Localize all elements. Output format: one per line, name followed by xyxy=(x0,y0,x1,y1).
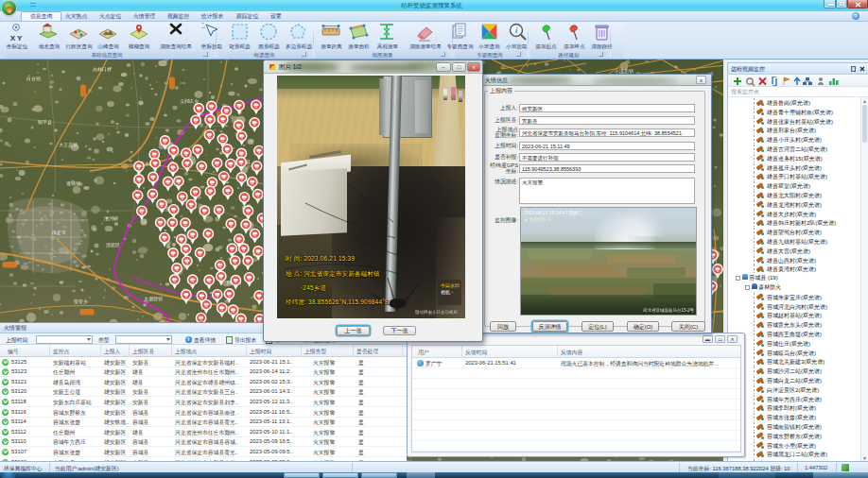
svg-text:望亭乡: 望亭乡 xyxy=(74,299,88,304)
svg-text:大王店镇: 大王店镇 xyxy=(59,142,78,147)
svg-text:顺平县: 顺平县 xyxy=(38,119,52,125)
svg-text:保定市: 保定市 xyxy=(51,230,66,236)
svg-text:X Y: X Y xyxy=(10,34,23,43)
svg-text:大册营镇: 大册营镇 xyxy=(144,296,163,302)
svg-text:遂城镇: 遂城镇 xyxy=(66,180,80,186)
svg-text:高林口村: 高林口村 xyxy=(93,66,112,73)
svg-text:白合镇: 白合镇 xyxy=(26,76,41,82)
svg-text:漕河镇: 漕河镇 xyxy=(104,215,118,222)
svg-text:清苑区: 清苑区 xyxy=(106,242,120,248)
svg-text:义和庄乡: 义和庄乡 xyxy=(180,98,199,104)
